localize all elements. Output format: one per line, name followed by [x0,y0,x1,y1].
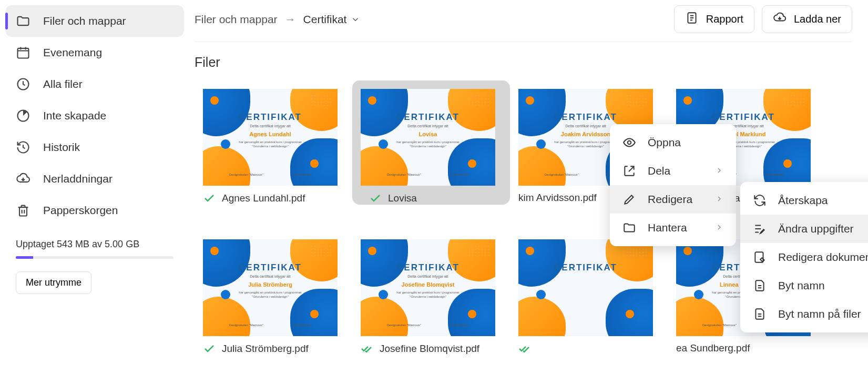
eye-icon [622,136,636,149]
history-icon [16,140,30,155]
storage-info: Upptaget 543 MB av 5.00 GB Mer utrymme [5,226,184,294]
double-check-icon [518,342,531,355]
file-name: Lovisa [388,193,417,204]
top-actions: Rapport Ladda ner [674,5,852,33]
sidebar-item-label: Papperskorgen [43,204,118,217]
file-tile[interactable]: CERTIFIKAT Detta certifikat intygar att … [352,80,510,205]
share-icon [622,164,636,178]
sidebar-item-downloads[interactable]: Nerladdningar [5,163,184,195]
edit-doc-icon [753,250,767,264]
sidebar-item-label: Filer och mappar [43,15,126,27]
sidebar-item-label: Inte skapade [43,109,106,122]
menu-item-rename[interactable]: Byt namn [740,271,868,300]
storage-fill [16,256,33,259]
chevron-right-icon [715,165,723,177]
chevron-right-icon [715,193,723,206]
section-title: Filer [195,55,852,70]
breadcrumb: Filer och mappar → Certifikat [195,13,360,26]
file-icon [753,279,767,292]
file-icon [753,307,767,321]
menu-item-edit[interactable]: Redigera [610,185,736,214]
check-icon [369,192,382,205]
file-name: Josefine Blomqvist.pdf [380,343,479,355]
breadcrumb-current[interactable]: Certifikat [303,13,361,26]
check-icon [203,192,216,205]
file-name: Julia Strömberg.pdf [222,343,309,355]
sidebar-item-all-files[interactable]: Alla filer [5,68,184,100]
sidebar-item-history[interactable]: Historik [5,132,184,163]
file-tile[interactable]: CERTIFIKAT [510,231,668,355]
double-check-icon [361,342,373,355]
pencil-icon [622,193,636,206]
file-name: ea Sundberg.pdf [676,342,750,354]
storage-text: Upptaget 543 MB av 5.00 GB [16,239,173,250]
pie-icon [16,108,30,123]
cloud-download-icon [773,11,787,27]
download-icon [16,171,30,186]
file-tile[interactable]: CERTIFIKAT Detta certifikat intygar att … [195,231,352,355]
calendar-icon [16,45,30,60]
report-button[interactable]: Rapport [674,5,754,33]
folder-icon [622,221,636,235]
menu-item-recreate[interactable]: Återskapa [740,186,868,215]
more-storage-button[interactable]: Mer utrymme [16,271,91,294]
arrow-right-icon: → [285,13,296,26]
sidebar: Filer och mappar Evenemang Alla filer In… [0,0,189,374]
edit-submenu: Återskapa Ändra uppgifter Redigera dokum… [740,182,868,332]
sidebar-item-label: Nerladdningar [43,173,113,185]
file-tile[interactable]: CERTIFIKAT Detta certifikat intygar att … [352,231,510,355]
svg-rect-0 [18,48,29,58]
sidebar-item-files-folders[interactable]: Filer och mappar [5,5,184,37]
context-menu: Öppna Dela Redigera Hantera [610,124,736,246]
check-icon [203,342,216,355]
breadcrumb-root[interactable]: Filer och mappar [195,13,278,26]
sidebar-item-label: Historik [43,141,80,154]
menu-item-manage[interactable]: Hantera [610,214,736,242]
menu-item-rename-files[interactable]: Byt namn på filer [740,300,868,328]
file-thumbnail: CERTIFIKAT Detta certifikat intygar att … [203,89,338,186]
sidebar-item-not-created[interactable]: Inte skapade [5,100,184,132]
file-thumbnail: CERTIFIKAT Detta certifikat intygar att … [361,239,495,336]
refresh-icon [753,194,767,207]
chevron-down-icon [351,15,360,24]
menu-item-open[interactable]: Öppna [610,128,736,157]
sidebar-item-label: Evenemang [43,46,102,59]
menu-item-change-data[interactable]: Ändra uppgifter [740,215,868,243]
svg-point-4 [628,141,631,145]
sidebar-item-label: Alla filer [43,78,83,90]
file-name: kim Arvidsson.pdf [518,192,597,204]
report-icon [685,11,699,27]
file-tile[interactable]: CERTIFIKAT Detta certifikat intygar att … [195,80,352,205]
folder-icon [16,14,30,28]
menu-item-edit-document[interactable]: Redigera dokument [740,243,868,271]
chevron-right-icon [715,221,723,234]
trash-icon [16,203,30,218]
main-content: Filer och mappar → Certifikat Rapport La… [189,0,868,374]
clock-icon [16,77,30,92]
file-thumbnail: CERTIFIKAT Detta certifikat intygar att … [361,89,495,186]
edit-list-icon [753,222,767,236]
file-thumbnail: CERTIFIKAT Detta certifikat intygar att … [203,239,338,336]
sidebar-item-trash[interactable]: Papperskorgen [5,195,184,226]
download-button[interactable]: Ladda ner [762,5,852,33]
topbar: Filer och mappar → Certifikat Rapport La… [195,5,852,42]
sidebar-item-events[interactable]: Evenemang [5,37,184,68]
file-name: Agnes Lundahl.pdf [222,193,305,204]
storage-bar [16,256,173,259]
menu-item-share[interactable]: Dela [610,157,736,185]
file-thumbnail: CERTIFIKAT [518,239,653,336]
